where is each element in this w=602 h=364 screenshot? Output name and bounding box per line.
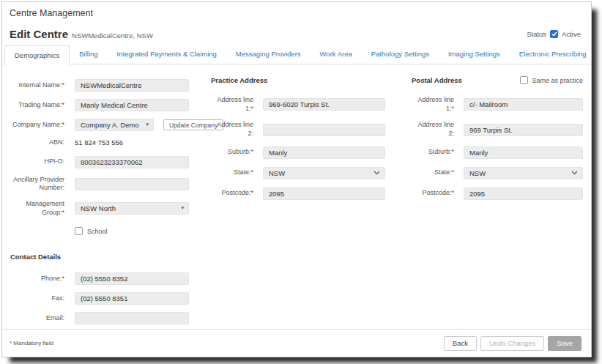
tab-demographics[interactable]: Demographics: [4, 45, 70, 64]
trading-name-label: Trading Name:*: [10, 101, 64, 110]
practice-address-title: Practice Address: [211, 76, 267, 84]
demographics-panel: Internal Name:* Trading Name:* Company N…: [2, 64, 591, 329]
email-field[interactable]: [75, 312, 189, 324]
chevron-down-icon: [374, 171, 380, 175]
tab-messaging-providers[interactable]: Messaging Providers: [226, 45, 311, 64]
practice-address-line2-field[interactable]: [263, 124, 385, 136]
practice-state-select[interactable]: NSW: [263, 167, 385, 179]
practice-postcode-label: Postcode:*: [211, 189, 253, 198]
contact-details-title: Contact Details: [10, 253, 189, 261]
mandatory-field-note: * Mandatory field: [10, 340, 53, 346]
postal-address-line2-field[interactable]: [464, 124, 583, 136]
app-title: Centre Management: [2, 2, 591, 18]
postal-suburb-label: Suburb:*: [412, 148, 454, 157]
management-group-label: Management Group:*: [10, 200, 64, 217]
school-label: School: [87, 228, 108, 235]
company-select[interactable]: Company A. Demo ▾: [75, 119, 154, 131]
footer-bar: * Mandatory field Back Undo Changes Save: [2, 329, 591, 357]
abn-label: ABN:: [10, 138, 64, 147]
email-label: Email:: [10, 314, 64, 323]
tab-integrated-payments-claiming[interactable]: Integrated Payments & Claiming: [108, 45, 226, 64]
practice-address-line1-field[interactable]: [263, 98, 385, 111]
tab-bar: Demographics Billing Integrated Payments…: [2, 45, 591, 64]
practice-address-column: Practice Address Address line 1:* Addres…: [211, 64, 385, 329]
same-as-practice-checkbox[interactable]: [520, 76, 528, 84]
postal-address-line2-label: Address line 2:: [412, 121, 454, 138]
status-toggle: Status Active: [527, 30, 581, 38]
postal-state-label: State:*: [412, 168, 454, 177]
page-header: Edit Centre NSWMedicalCentre, NSW Status…: [2, 18, 591, 45]
practice-address-line1-label: Address line 1:*: [211, 96, 253, 113]
internal-name-label: Internal Name:*: [10, 81, 64, 90]
postal-state-select[interactable]: NSW: [464, 167, 583, 179]
centre-management-window: Centre Management Edit Centre NSWMedical…: [1, 1, 592, 357]
page-subtitle: NSWMedicalCentre, NSW: [72, 31, 153, 40]
school-checkbox[interactable]: [75, 227, 83, 235]
status-value: Active: [562, 30, 581, 38]
tab-work-area[interactable]: Work Area: [311, 45, 362, 64]
postal-address-title: Postal Address: [412, 76, 462, 84]
status-checkbox[interactable]: [550, 30, 558, 38]
postal-address-column: Postal Address Same as practice Address …: [412, 64, 583, 329]
postal-postcode-label: Postcode:*: [412, 189, 454, 198]
status-label: Status: [527, 30, 546, 38]
practice-suburb-field[interactable]: [263, 146, 385, 159]
tab-billing[interactable]: Billing: [70, 45, 107, 64]
ancillary-provider-number-label: Ancillary Provider Number:: [10, 176, 64, 193]
postal-postcode-field[interactable]: [464, 187, 583, 200]
fax-label: Fax:: [10, 294, 64, 303]
check-icon: [551, 31, 557, 37]
undo-changes-button[interactable]: Undo Changes: [480, 336, 544, 351]
fax-field[interactable]: [75, 292, 189, 305]
postal-suburb-field[interactable]: [464, 146, 583, 159]
phone-label: Phone:*: [10, 275, 64, 283]
company-name-label: Company Name:*: [10, 121, 64, 130]
practice-suburb-label: Suburb:*: [211, 148, 253, 157]
chevron-down-icon: [571, 171, 578, 175]
page-title: Edit Centre: [10, 28, 68, 40]
caret-down-icon: ▾: [146, 122, 149, 127]
practice-state-label: State:*: [211, 168, 253, 177]
centre-details-column: Internal Name:* Trading Name:* Company N…: [10, 64, 189, 329]
ancillary-provider-number-field[interactable]: [75, 178, 189, 190]
practice-address-line2-label: Address line 2:: [211, 121, 253, 138]
management-group-select[interactable]: NSW North ▾: [75, 202, 189, 215]
abn-value: 51 824 753 556: [75, 138, 189, 146]
hpio-label: HPI-O:: [10, 157, 64, 166]
caret-down-icon: ▾: [181, 205, 184, 211]
phone-field[interactable]: [75, 272, 189, 285]
save-button[interactable]: Save: [548, 336, 581, 351]
tab-imaging-settings[interactable]: Imaging Settings: [439, 45, 510, 64]
trading-name-field[interactable]: [75, 99, 189, 111]
tab-electronic-prescribing[interactable]: Electronic Prescribing: [510, 45, 596, 64]
practice-postcode-field[interactable]: [263, 187, 385, 200]
postal-address-line1-label: Address line 1:*: [412, 96, 454, 113]
tab-pathology-settings[interactable]: Pathology Settings: [362, 45, 439, 64]
postal-address-line1-field[interactable]: [464, 98, 583, 111]
back-button[interactable]: Back: [444, 336, 477, 351]
same-as-practice-label: Same as practice: [532, 77, 583, 84]
internal-name-field[interactable]: [75, 79, 189, 92]
tab-settings[interactable]: Settings: [596, 45, 602, 64]
hpio-field[interactable]: [75, 156, 189, 168]
